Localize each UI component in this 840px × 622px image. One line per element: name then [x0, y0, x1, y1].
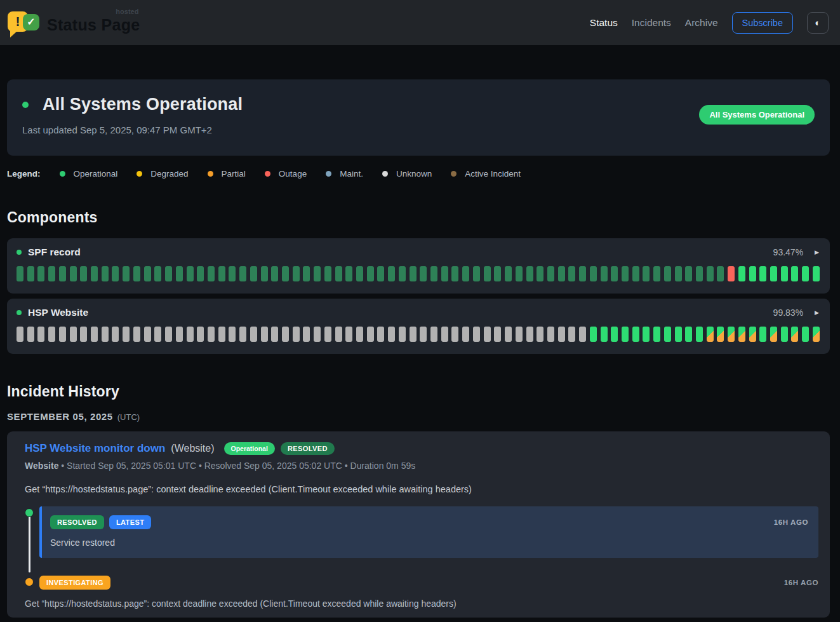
- uptime-bar[interactable]: [187, 327, 194, 342]
- uptime-bar[interactable]: [91, 327, 98, 342]
- uptime-bar[interactable]: [229, 327, 236, 342]
- uptime-bar[interactable]: [738, 327, 745, 342]
- uptime-bar[interactable]: [622, 327, 629, 342]
- uptime-bar[interactable]: [388, 266, 395, 281]
- uptime-bar[interactable]: [377, 327, 384, 342]
- uptime-bar[interactable]: [303, 327, 310, 342]
- uptime-bar[interactable]: [48, 266, 55, 281]
- expand-arrow-icon[interactable]: ▶: [813, 308, 820, 317]
- uptime-bar[interactable]: [696, 266, 703, 281]
- uptime-bar[interactable]: [102, 327, 109, 342]
- uptime-bar[interactable]: [102, 266, 109, 281]
- uptime-bar[interactable]: [643, 266, 650, 281]
- uptime-bar[interactable]: [558, 327, 565, 342]
- uptime-bar[interactable]: [17, 266, 23, 281]
- uptime-bar[interactable]: [537, 327, 543, 342]
- uptime-bar[interactable]: [165, 266, 172, 281]
- uptime-bar[interactable]: [632, 266, 639, 281]
- uptime-bar[interactable]: [218, 266, 225, 281]
- uptime-bar[interactable]: [208, 327, 215, 342]
- uptime-bar[interactable]: [239, 266, 246, 281]
- uptime-bar[interactable]: [484, 266, 491, 281]
- uptime-bar[interactable]: [675, 266, 682, 281]
- uptime-bar[interactable]: [59, 266, 66, 281]
- uptime-bar[interactable]: [516, 327, 523, 342]
- uptime-bar[interactable]: [707, 327, 714, 342]
- uptime-bar[interactable]: [282, 327, 289, 342]
- uptime-bar[interactable]: [293, 266, 300, 281]
- uptime-bar[interactable]: [601, 266, 608, 281]
- uptime-bar[interactable]: [579, 327, 586, 342]
- subscribe-button[interactable]: Subscribe: [732, 12, 793, 34]
- uptime-bar[interactable]: [802, 266, 809, 281]
- uptime-bar[interactable]: [728, 266, 735, 281]
- uptime-bar[interactable]: [568, 266, 575, 281]
- uptime-bar[interactable]: [218, 327, 225, 342]
- uptime-bar[interactable]: [579, 266, 586, 281]
- uptime-bar[interactable]: [70, 266, 77, 281]
- uptime-bar[interactable]: [537, 266, 543, 281]
- uptime-bar[interactable]: [590, 266, 597, 281]
- uptime-bar[interactable]: [324, 266, 331, 281]
- uptime-bar[interactable]: [494, 327, 501, 342]
- uptime-bar[interactable]: [813, 266, 820, 281]
- uptime-bar[interactable]: [239, 327, 246, 342]
- uptime-bar[interactable]: [261, 266, 268, 281]
- uptime-bar[interactable]: [345, 327, 352, 342]
- uptime-bar[interactable]: [367, 327, 374, 342]
- uptime-bar[interactable]: [611, 327, 618, 342]
- uptime-bar[interactable]: [303, 266, 310, 281]
- uptime-bar[interactable]: [696, 327, 703, 342]
- uptime-bar[interactable]: [643, 327, 650, 342]
- uptime-bar[interactable]: [314, 266, 321, 281]
- uptime-bar[interactable]: [420, 327, 427, 342]
- uptime-bar[interactable]: [176, 266, 183, 281]
- uptime-bar[interactable]: [187, 266, 194, 281]
- uptime-bar[interactable]: [271, 266, 278, 281]
- uptime-bar[interactable]: [781, 266, 788, 281]
- uptime-bar[interactable]: [759, 266, 766, 281]
- uptime-bar[interactable]: [197, 327, 204, 342]
- uptime-bar[interactable]: [399, 266, 406, 281]
- uptime-bar[interactable]: [345, 266, 352, 281]
- uptime-bar[interactable]: [601, 327, 608, 342]
- uptime-bar[interactable]: [197, 266, 204, 281]
- uptime-bar[interactable]: [59, 327, 66, 342]
- uptime-bar[interactable]: [473, 327, 480, 342]
- uptime-bar[interactable]: [717, 327, 724, 342]
- uptime-bar[interactable]: [356, 327, 363, 342]
- incident-title-link[interactable]: HSP Website monitor down: [25, 442, 165, 455]
- uptime-bar[interactable]: [622, 266, 629, 281]
- expand-arrow-icon[interactable]: ▶: [813, 248, 820, 257]
- uptime-bar[interactable]: [717, 266, 724, 281]
- uptime-bar[interactable]: [770, 327, 777, 342]
- uptime-bar[interactable]: [675, 327, 682, 342]
- uptime-bar[interactable]: [123, 266, 130, 281]
- uptime-bar[interactable]: [176, 327, 183, 342]
- uptime-bar[interactable]: [505, 266, 512, 281]
- uptime-bar[interactable]: [144, 327, 151, 342]
- uptime-bar[interactable]: [547, 327, 554, 342]
- uptime-bar[interactable]: [314, 327, 321, 342]
- uptime-bar[interactable]: [133, 266, 140, 281]
- uptime-bar[interactable]: [250, 327, 257, 342]
- uptime-bar[interactable]: [112, 327, 119, 342]
- uptime-bar[interactable]: [738, 266, 745, 281]
- uptime-bar[interactable]: [770, 266, 777, 281]
- uptime-bar[interactable]: [430, 266, 437, 281]
- uptime-bar[interactable]: [420, 266, 427, 281]
- uptime-bar[interactable]: [144, 266, 151, 281]
- nav-link-archive[interactable]: Archive: [685, 17, 718, 29]
- nav-link-status[interactable]: Status: [590, 17, 618, 29]
- uptime-bar[interactable]: [685, 266, 692, 281]
- uptime-bar[interactable]: [462, 327, 469, 342]
- uptime-bar[interactable]: [728, 327, 735, 342]
- uptime-bar[interactable]: [80, 266, 87, 281]
- uptime-bar[interactable]: [48, 327, 55, 342]
- uptime-bar[interactable]: [410, 327, 417, 342]
- uptime-bar[interactable]: [91, 266, 98, 281]
- uptime-bar[interactable]: [611, 266, 618, 281]
- uptime-bar[interactable]: [133, 327, 140, 342]
- uptime-bar[interactable]: [208, 266, 215, 281]
- uptime-bar[interactable]: [335, 266, 342, 281]
